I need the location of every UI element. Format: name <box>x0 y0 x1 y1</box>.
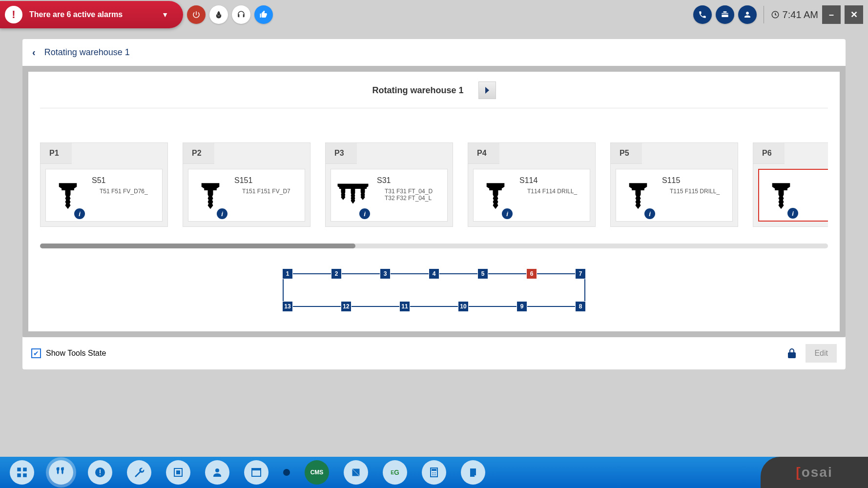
svg-rect-3 <box>17 473 21 477</box>
diagram-node-13[interactable]: 13 <box>282 301 293 312</box>
diagram-node-7[interactable]: 7 <box>575 268 586 279</box>
back-button[interactable]: ‹ <box>32 47 36 58</box>
diagram-node-1[interactable]: 1 <box>282 268 293 279</box>
diagram-node-6[interactable]: 6 <box>526 268 537 279</box>
svg-rect-1 <box>17 468 21 471</box>
user-icon <box>743 10 752 19</box>
slot-position-label: P2 <box>183 143 214 164</box>
svg-point-10 <box>215 468 219 472</box>
svg-point-17 <box>435 472 436 473</box>
slot-P3[interactable]: P3 i S31 T31 F31 FT_04_DT32 F32 FT_04_L <box>325 142 453 227</box>
power-icon <box>192 10 201 19</box>
machine-icon <box>720 10 730 20</box>
taskbar-tools-button[interactable] <box>49 460 73 485</box>
tool-icon-wrap: i <box>764 174 798 217</box>
lock-icon <box>786 347 798 359</box>
scrollbar-thumb[interactable] <box>40 244 355 248</box>
info-icon[interactable]: i <box>74 208 85 219</box>
slot-P6[interactable]: P6 i <box>753 142 828 227</box>
taskbar: CMS EG [osai <box>0 457 868 488</box>
slot-position-label: P3 <box>326 143 357 164</box>
diagram-node-10[interactable]: 10 <box>458 301 469 312</box>
info-icon[interactable]: i <box>359 208 370 219</box>
close-button[interactable]: ✕ <box>845 5 863 24</box>
tool-line: T31 F31 FT_04_D <box>385 188 442 195</box>
diagram-node-8[interactable]: 8 <box>575 301 586 312</box>
user-button[interactable] <box>738 5 757 24</box>
divider <box>764 6 764 23</box>
thumbs-up-icon <box>259 10 268 19</box>
taskbar-cms-button[interactable]: CMS <box>305 460 329 485</box>
machine-button[interactable] <box>716 5 734 24</box>
diagram-node-2[interactable]: 2 <box>331 268 342 279</box>
edit-button[interactable]: Edit <box>806 344 837 363</box>
slot-position-label: P6 <box>753 143 785 164</box>
tool-line: T32 F32 FT_04_L <box>385 195 442 202</box>
diagram-node-4[interactable]: 4 <box>429 268 439 279</box>
chevron-down-icon: ▼ <box>162 11 168 19</box>
tool-card[interactable]: i S51 T51 F51 FV_D76_ <box>45 169 163 222</box>
diagram-node-9[interactable]: 9 <box>517 301 527 312</box>
headset-button[interactable] <box>232 5 250 24</box>
svg-rect-6 <box>100 469 101 473</box>
position-diagram: 12345671312111098 <box>40 268 828 317</box>
fire-button[interactable] <box>209 5 228 24</box>
taskbar-eg-button[interactable]: EG <box>383 460 407 485</box>
tool-card[interactable]: i S31 T31 F31 FT_04_DT32 F32 FT_04_L <box>331 169 448 222</box>
info-icon[interactable]: i <box>217 208 227 219</box>
phone-button[interactable] <box>693 5 712 24</box>
taskbar-user-button[interactable] <box>205 460 229 485</box>
tool-line: T115 F115 DRILL_ <box>670 188 727 195</box>
taskbar-layout-button[interactable] <box>166 460 190 485</box>
horizontal-scrollbar[interactable] <box>40 244 828 248</box>
calculator-icon <box>428 467 440 478</box>
slot-P5[interactable]: P5 i S115 T115 F115 DRILL_ <box>610 142 738 227</box>
slot-position-label: P5 <box>611 143 642 164</box>
tool-card[interactable]: i S114 T114 F114 DRILL_ <box>473 169 590 222</box>
info-icon[interactable]: i <box>644 208 655 219</box>
slot-P1[interactable]: P1 i S51 T51 F51 FV_D76_ <box>40 142 168 227</box>
info-icon[interactable]: i <box>502 208 513 219</box>
taskbar-separator-dot <box>283 469 290 476</box>
tool-name: S114 <box>519 176 585 185</box>
show-tools-state-checkbox[interactable]: ✔ <box>31 348 41 358</box>
slot-position-label: P1 <box>41 143 72 164</box>
user-icon <box>211 467 223 478</box>
tool-card[interactable]: i <box>758 169 828 222</box>
taskbar-maintenance-button[interactable] <box>127 460 151 485</box>
taskbar-window-button[interactable] <box>244 460 269 485</box>
svg-point-15 <box>432 472 433 473</box>
taskbar-calculator-button[interactable] <box>422 460 446 485</box>
power-button[interactable] <box>187 5 206 24</box>
tool-card[interactable]: i S115 T115 F115 DRILL_ <box>616 169 733 222</box>
drill-icon <box>54 466 68 479</box>
diagram-node-5[interactable]: 5 <box>477 268 488 279</box>
minimize-button[interactable]: – <box>822 5 841 24</box>
breadcrumb: ‹ Rotating warehouse 1 <box>22 39 846 66</box>
diagram-node-12[interactable]: 12 <box>341 301 351 312</box>
tool-name: S51 <box>92 176 157 185</box>
taskbar-app1-button[interactable] <box>344 460 368 485</box>
wrench-icon <box>133 467 145 478</box>
tool-icon-wrap: i <box>478 173 513 217</box>
tool-name: S31 <box>377 176 442 185</box>
tool-card[interactable]: i S151 T151 F151 FV_D7 <box>188 169 305 222</box>
diagram-node-3[interactable]: 3 <box>380 268 391 279</box>
tool-line: T51 F51 FV_D76_ <box>100 188 157 195</box>
slot-P2[interactable]: P2 i S151 T151 F151 FV_D7 <box>183 142 310 227</box>
thumbs-up-button[interactable] <box>254 5 273 24</box>
tool-icon-wrap: i <box>336 173 370 217</box>
notes-icon <box>467 467 479 478</box>
slot-P4[interactable]: P4 i S114 T114 F114 DRILL_ <box>468 142 596 227</box>
taskbar-notes-button[interactable] <box>461 460 485 485</box>
taskbar-dashboard-button[interactable] <box>10 460 34 485</box>
diagram-node-11[interactable]: 11 <box>399 301 410 312</box>
clock: 7:41 AM <box>771 9 818 20</box>
info-icon[interactable]: i <box>787 208 798 219</box>
warehouse-next-button[interactable] <box>478 81 496 99</box>
alarm-banner[interactable]: ! There are 6 active alarms ▼ <box>0 1 183 28</box>
slot-position-label: P4 <box>468 143 499 164</box>
taskbar-alerts-button[interactable] <box>88 460 112 485</box>
svg-rect-4 <box>23 473 27 477</box>
fire-icon <box>214 10 223 19</box>
